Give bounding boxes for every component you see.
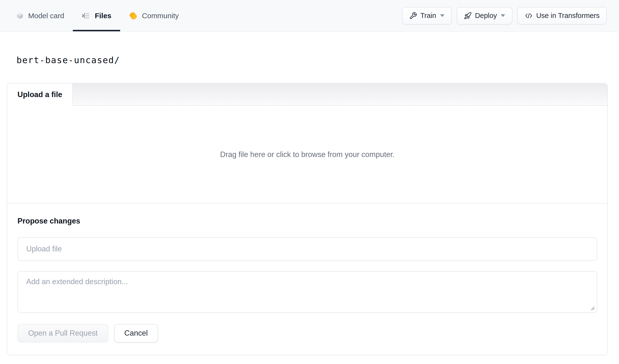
button-label: Use in Transformers [536, 12, 600, 20]
upload-a-file-tab[interactable]: Upload a file [7, 84, 73, 106]
upload-panel-tabbar: Upload a file [7, 84, 607, 106]
file-dropzone[interactable]: Drag file here or click to browse from y… [7, 106, 607, 204]
deploy-button[interactable]: Deploy [457, 7, 512, 25]
upload-panel: Upload a file Drag file here or click to… [7, 83, 608, 355]
upload-filename-input[interactable] [17, 237, 597, 261]
code-icon [525, 12, 533, 19]
cancel-button[interactable]: Cancel [114, 324, 158, 342]
chevron-down-icon [440, 14, 444, 17]
chevron-down-icon [501, 14, 505, 17]
form-actions: Open a Pull Request Cancel [17, 324, 597, 342]
tab-files[interactable]: Files [73, 0, 120, 31]
propose-changes-heading: Propose changes [17, 217, 597, 225]
tab-label: Files [95, 12, 111, 20]
button-label: Train [421, 12, 436, 20]
tab-model-card[interactable]: Model card [7, 0, 73, 31]
rocket-icon [464, 12, 472, 20]
description-field-wrapper [17, 271, 597, 313]
dropzone-text: Drag file here or click to browse from y… [220, 150, 394, 159]
open-pull-request-button[interactable]: Open a Pull Request [17, 324, 108, 342]
repo-action-buttons: Train Deploy [402, 0, 607, 31]
tab-label: Model card [28, 12, 64, 20]
tab-label: Community [142, 12, 179, 20]
train-button[interactable]: Train [402, 7, 452, 25]
propose-changes-section: Propose changes Open a Pull Request Canc… [7, 204, 607, 354]
breadcrumb[interactable]: bert-base-uncased/ [16, 55, 120, 65]
waving-hand-icon [129, 11, 138, 20]
active-tab-underline [73, 30, 120, 31]
repo-tab-bar: Model card Files [7, 0, 187, 31]
cube-icon [16, 12, 24, 20]
repo-header: Model card Files [0, 0, 619, 32]
use-in-transformers-button[interactable]: Use in Transformers [517, 7, 607, 25]
tab-community[interactable]: Community [120, 0, 188, 31]
wrench-icon [409, 12, 417, 20]
extended-description-textarea[interactable] [17, 271, 597, 313]
files-list-icon [82, 12, 90, 20]
resize-handle-icon[interactable] [590, 306, 595, 310]
button-label: Deploy [475, 12, 497, 20]
